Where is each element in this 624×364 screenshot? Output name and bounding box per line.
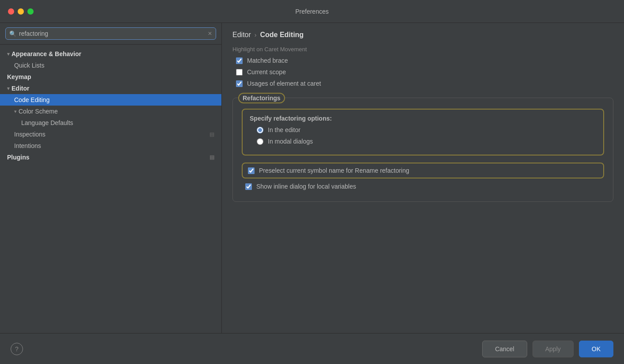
panel-header: Editor › Code Editing [222, 23, 624, 44]
breadcrumb-current: Code Editing [260, 31, 304, 39]
minimize-button[interactable] [18, 8, 24, 15]
specify-refactoring-label: Specify refactoring options: [250, 115, 596, 122]
matched-brace-label: Matched brace [247, 57, 288, 64]
title-bar: Preferences [0, 0, 624, 23]
in-modal-row: In modal dialogs [250, 138, 596, 145]
ok-button[interactable]: OK [579, 341, 613, 357]
specify-refactoring-box: Specify refactoring options: In the edit… [242, 109, 604, 155]
in-editor-radio[interactable] [257, 127, 263, 133]
chevron-down-icon: ▾ [14, 109, 17, 114]
sidebar-item-appearance-behavior[interactable]: ▾ Appearance & Behavior [0, 48, 221, 60]
preselect-label: Preselect current symbol name for Rename… [259, 167, 409, 174]
highlight-section-label: Highlight on Caret Movement [232, 46, 613, 53]
chevron-down-icon: ▾ [7, 51, 10, 57]
usages-at-caret-label: Usages of element at caret [247, 80, 321, 87]
sidebar-item-color-scheme[interactable]: ▾ Color Scheme [0, 106, 221, 117]
sidebar: 🔍 ✕ ▾ Appearance & Behavior Quick Lists … [0, 23, 222, 333]
bottom-bar: ? Cancel Apply OK [0, 333, 624, 364]
maximize-button[interactable] [27, 8, 34, 15]
cancel-button[interactable]: Cancel [482, 341, 527, 357]
help-button[interactable]: ? [11, 343, 23, 355]
inline-dialog-checkbox[interactable] [245, 183, 252, 190]
traffic-lights [8, 8, 34, 15]
usages-at-caret-row: Usages of element at caret [232, 80, 613, 87]
inline-dialog-label: Show inline dialog for local variables [256, 183, 356, 190]
sidebar-item-label: Intentions [14, 142, 41, 149]
action-buttons: Cancel Apply OK [482, 341, 613, 357]
current-scope-label: Current scope [247, 68, 286, 76]
sidebar-item-label: Language Defaults [21, 119, 73, 126]
sidebar-item-label: Appearance & Behavior [11, 50, 81, 57]
settings-icon: ▤ [209, 131, 214, 137]
matched-brace-checkbox[interactable] [236, 57, 243, 64]
settings-icon: ▤ [209, 154, 214, 160]
apply-button[interactable]: Apply [533, 341, 574, 357]
inline-dialog-row: Show inline dialog for local variables [242, 183, 604, 190]
preselect-row: Preselect current symbol name for Rename… [242, 163, 604, 178]
current-scope-checkbox[interactable] [236, 69, 243, 76]
search-container: 🔍 ✕ [0, 23, 221, 45]
in-editor-row: In the editor [250, 126, 596, 133]
sidebar-item-label: Inspections [14, 131, 46, 138]
sidebar-item-label: Quick Lists [14, 62, 44, 69]
sidebar-item-label: Plugins [7, 154, 30, 161]
main-content: 🔍 ✕ ▾ Appearance & Behavior Quick Lists … [0, 23, 624, 333]
right-panel: Editor › Code Editing Highlight on Caret… [222, 23, 624, 333]
search-clear-icon[interactable]: ✕ [208, 30, 212, 37]
search-icon: 🔍 [9, 30, 16, 37]
sidebar-item-keymap[interactable]: Keymap [0, 71, 221, 83]
preselect-checkbox[interactable] [248, 167, 255, 174]
chevron-down-icon: ▾ [7, 86, 10, 91]
in-editor-label: In the editor [268, 126, 301, 133]
usages-at-caret-checkbox[interactable] [236, 80, 243, 87]
panel-body: Highlight on Caret Movement Matched brac… [222, 44, 624, 333]
sidebar-item-label: Color Scheme [19, 108, 58, 115]
search-wrapper: 🔍 ✕ [5, 27, 216, 40]
breadcrumb-parent: Editor [232, 31, 251, 39]
window-title: Preferences [295, 8, 328, 15]
sidebar-item-label: Editor [11, 85, 29, 92]
sidebar-item-inspections[interactable]: Inspections ▤ [0, 129, 221, 140]
refactorings-legend: Refactorings [238, 93, 285, 103]
search-input[interactable] [19, 30, 205, 37]
sidebar-tree: ▾ Appearance & Behavior Quick Lists Keym… [0, 45, 221, 333]
in-modal-label: In modal dialogs [268, 138, 313, 145]
sidebar-item-quick-lists[interactable]: Quick Lists [0, 60, 221, 71]
sidebar-item-label: Keymap [7, 73, 31, 80]
sidebar-item-label: Code Editing [14, 96, 49, 103]
sidebar-item-code-editing[interactable]: Code Editing [0, 94, 221, 106]
sidebar-item-editor[interactable]: ▾ Editor [0, 83, 221, 94]
sidebar-item-plugins[interactable]: Plugins ▤ [0, 152, 221, 163]
refactorings-section: Refactorings Specify refactoring options… [232, 98, 613, 202]
close-button[interactable] [8, 8, 14, 15]
sidebar-item-language-defaults[interactable]: Language Defaults [0, 117, 221, 129]
current-scope-row: Current scope [232, 68, 613, 76]
matched-brace-row: Matched brace [232, 57, 613, 64]
sidebar-item-intentions[interactable]: Intentions [0, 140, 221, 152]
breadcrumb-separator: › [255, 31, 257, 38]
breadcrumb: Editor › Code Editing [232, 31, 613, 39]
in-modal-radio[interactable] [257, 138, 263, 145]
